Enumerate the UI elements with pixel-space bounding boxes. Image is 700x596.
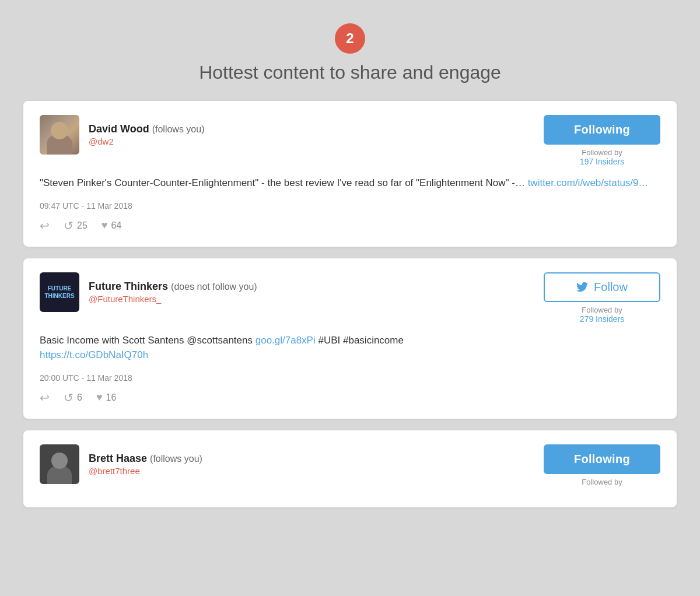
user-name-2: Future Thinkers	[89, 281, 168, 292]
step-badge: 2	[335, 23, 365, 54]
heart-icon-1	[102, 219, 108, 232]
user-handle-1: @dw2	[89, 136, 205, 146]
follow-area-1: Following Followed by 197 Insiders	[544, 115, 660, 166]
retweet-count-2: 6	[77, 392, 82, 403]
retweet-icon-2	[64, 391, 74, 405]
tweet-feed: David Wood (follows you) @dw2 Following …	[12, 101, 688, 507]
tweet-content-2: Basic Income with Scott Santens @scottsa…	[40, 333, 660, 363]
follows-status-3: (follows you)	[150, 454, 202, 464]
tweet-header-1: David Wood (follows you) @dw2 Following …	[40, 115, 660, 166]
page-header: 2 Hottest content to share and engage	[0, 12, 700, 101]
tweet-header-3: Brett Haase (follows you) @brett7three F…	[40, 444, 660, 486]
user-text-3: Brett Haase (follows you) @brett7three	[89, 453, 202, 476]
retweet-count-1: 25	[77, 220, 88, 231]
user-text-2: Future Thinkers (does not follow you) @F…	[89, 281, 257, 304]
follow-button-2[interactable]: Follow	[544, 272, 660, 302]
tweet-link-2b[interactable]: https://t.co/GDbNaIQ70h	[40, 349, 148, 360]
tweet-link-2a[interactable]: goo.gl/7a8xPi	[256, 335, 316, 346]
followed-by-2: Followed by 279 Insiders	[580, 306, 624, 324]
tweet-actions-1: 25 64	[40, 219, 660, 233]
user-handle-3: @brett7three	[89, 466, 202, 476]
follows-status-2: (does not follow you)	[171, 282, 257, 292]
insiders-count-1: 197 Insiders	[580, 157, 624, 166]
heart-icon-2	[96, 391, 103, 404]
followed-by-3: Followed by	[582, 478, 622, 486]
followed-by-1: Followed by 197 Insiders	[580, 148, 624, 166]
reply-icon-1	[40, 219, 50, 233]
user-name-1: David Wood	[89, 123, 149, 135]
tweet-actions-2: 6 16	[40, 391, 660, 405]
tweet-card-2: FUTURETHINKERS Future Thinkers (does not…	[23, 258, 677, 419]
like-count-1: 64	[111, 220, 121, 231]
insiders-count-2: 279 Insiders	[580, 314, 624, 324]
follows-status-1: (follows you)	[152, 124, 205, 134]
retweet-button-1[interactable]: 25	[64, 219, 88, 233]
twitter-bird-icon	[576, 282, 588, 292]
user-text-1: David Wood (follows you) @dw2	[89, 123, 205, 146]
tweet-timestamp-1: 09:47 UTC - 11 Mar 2018	[40, 201, 660, 211]
avatar-david-wood	[40, 115, 79, 155]
following-button-3[interactable]: Following	[544, 444, 660, 474]
user-name-3: Brett Haase	[89, 453, 147, 464]
retweet-button-2[interactable]: 6	[64, 391, 82, 405]
tweet-timestamp-2: 20:00 UTC - 11 Mar 2018	[40, 373, 660, 383]
avatar-future-thinkers: FUTURETHINKERS	[40, 272, 79, 312]
reply-button-2[interactable]	[40, 391, 50, 405]
follow-area-3: Following Followed by	[544, 444, 660, 486]
page-title: Hottest content to share and engage	[199, 62, 501, 83]
tweet-card-3: Brett Haase (follows you) @brett7three F…	[23, 430, 677, 507]
user-handle-2: @FutureThinkers_	[89, 294, 257, 304]
like-button-2[interactable]: 16	[96, 391, 116, 404]
tweet-content-1: "Steven Pinker's Counter-Counter-Enlight…	[40, 176, 660, 191]
reply-button-1[interactable]	[40, 219, 50, 233]
like-button-1[interactable]: 64	[102, 219, 121, 232]
user-info-1: David Wood (follows you) @dw2	[40, 115, 205, 155]
tweet-card-1: David Wood (follows you) @dw2 Following …	[23, 101, 677, 247]
like-count-2: 16	[106, 392, 117, 403]
tweet-header-2: FUTURETHINKERS Future Thinkers (does not…	[40, 272, 660, 324]
follow-area-2: Follow Followed by 279 Insiders	[544, 272, 660, 324]
following-button-1[interactable]: Following	[544, 115, 660, 145]
reply-icon-2	[40, 391, 50, 405]
retweet-icon-1	[64, 219, 74, 233]
user-info-3: Brett Haase (follows you) @brett7three	[40, 444, 202, 484]
user-info-2: FUTURETHINKERS Future Thinkers (does not…	[40, 272, 257, 312]
tweet-link-1[interactable]: twitter.com/i/web/status/9…	[528, 177, 649, 188]
avatar-brett-haase	[40, 444, 79, 484]
